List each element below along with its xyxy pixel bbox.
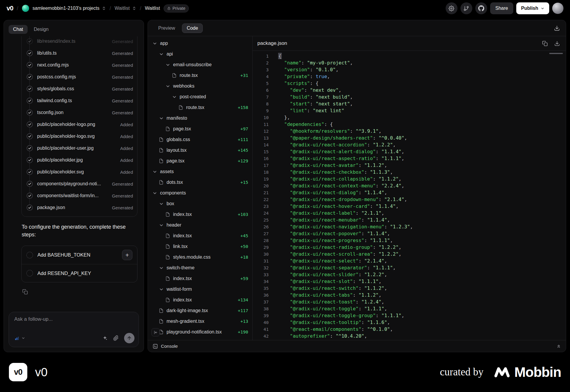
step-add-resend-api-key[interactable]: Add RESEND_API_KEY [22,264,137,282]
tree-folder-row[interactable]: switch-theme [148,263,252,273]
line-number: 11 [253,122,269,127]
tree-file-row[interactable]: layout.tsx+145 [148,145,252,156]
generated-file-row[interactable]: postcss.config.mjsGenerated [22,71,137,83]
generated-file-row[interactable]: tsconfig.jsonGenerated [22,107,137,118]
tree-folder-row[interactable]: post-created [148,91,252,102]
line-number: 34 [253,279,269,284]
generated-file-row[interactable]: public/placeholder.svgAdded [22,166,137,178]
send-button[interactable] [124,333,134,343]
download-project-button[interactable] [554,25,560,31]
copy-icon [542,41,548,46]
tree-file-row[interactable]: playground-notification.tsx+190 [148,327,252,337]
code-editor-pane: package.json 1{2 "name": "my-v0-project"… [253,36,566,340]
tree-file-row[interactable]: index.tsx+45 [148,230,252,241]
generated-file-row[interactable]: styles/globals.cssGenerated [22,83,137,95]
tree-folder-row[interactable]: email-unsubscribe [148,59,252,70]
tab-code[interactable]: Code [182,23,203,33]
tree-file-row[interactable]: page.tsx+97 [148,124,252,134]
generated-file-row[interactable]: package.jsonGenerated [22,202,137,214]
tab-chat[interactable]: Chat [9,25,28,34]
tree-folder-row[interactable]: manifesto [148,113,252,124]
generated-file-row[interactable]: public/placeholder-logo.pngAdded [22,118,137,130]
tree-folder-row[interactable]: assets [148,166,252,177]
tree-folder-row[interactable]: app [148,38,252,49]
tree-folder-row[interactable]: box [148,198,252,209]
generated-file-row[interactable]: components/waitlist-form/in...Generated [22,190,137,202]
tree-file-row[interactable]: styles.module.css+18 [148,252,252,263]
settings-button[interactable] [446,2,457,14]
tab-preview[interactable]: Preview [154,24,180,33]
check-circle-icon [26,169,33,175]
download-file-button[interactable] [554,41,560,46]
v0-logo[interactable]: v0 [7,4,13,12]
tree-item-label: box [167,201,174,206]
tree-file-row[interactable]: route.tsx+31 [148,70,252,81]
tree-file-row[interactable]: page.tsx+129 [148,156,252,166]
tree-item-label: index.tsx [173,276,192,281]
tree-folder-row[interactable]: components [148,188,252,198]
share-button[interactable]: Share [490,2,514,14]
generated-file-row[interactable]: tailwind.config.tsGenerated [22,95,137,107]
step-add-basehub-token[interactable]: Add BASEHUB_TOKEN + [22,246,137,264]
code-line: 37 "@radix-ui/react-toast": "1.2.4", [253,298,566,305]
collapse-tree-button[interactable] [151,328,160,336]
chevron-up-down-icon[interactable] [102,6,106,11]
usage-selector[interactable] [14,336,25,341]
breadcrumb-separator: / [140,5,141,12]
tree-file-row[interactable]: dots.tsx+15 [148,177,252,188]
console-bar[interactable]: Console [148,340,566,352]
chat-scroll-area[interactable]: lib/resend/index.tsGeneratedlib/utils.ts… [4,36,144,352]
tree-folder-row[interactable]: api [148,49,252,59]
tree-folder-row[interactable]: header [148,220,252,230]
code-line: 18 "@radix-ui/react-checkbox": "1.1.3", [253,169,566,176]
tree-folder-row[interactable]: context [148,337,252,340]
tree-file-row[interactable]: dark-light-image.tsx+117 [148,305,252,316]
code-line: 28 "@radix-ui/react-progress": "1.1.1", [253,237,566,244]
copy-message-button[interactable] [22,289,28,295]
generated-file-row[interactable]: next.config.mjsGenerated [22,59,137,71]
breadcrumb-chat[interactable]: Waitlist [115,6,130,11]
line-number: 3 [253,67,269,72]
tree-file-row[interactable]: index.tsx+103 [148,209,252,220]
expand-console-button[interactable] [556,344,561,349]
breadcrumb-app[interactable]: Waitlist [145,6,160,11]
tab-design[interactable]: Design [29,25,53,34]
file-status: Added [117,158,133,163]
tree-file-row[interactable]: mesh-gradient.tsx+13 [148,316,252,327]
followup-input[interactable] [14,316,134,322]
line-number: 14 [253,143,269,147]
generated-file-row[interactable]: public/placeholder-logo.svgAdded [22,130,137,142]
attach-file-button[interactable] [113,335,119,341]
generated-file-row[interactable]: public/placeholder-user.jpgAdded [22,142,137,154]
tree-file-row[interactable]: index.tsx+59 [148,273,252,284]
tree-folder-row[interactable]: waitlist-form [148,284,252,295]
breadcrumb-project[interactable]: samleemobbin1-2103's projects [33,6,99,11]
diff-count: +103 [238,212,248,217]
file-tree[interactable]: appapiemail-unsubscriberoute.tsx+31webho… [148,36,253,340]
tree-file-row[interactable]: globals.css+111 [148,134,252,145]
scrollbar-thumb[interactable] [549,53,563,54]
generated-file-row[interactable]: components/playground-noti...Generated [22,178,137,190]
tree-folder-row[interactable]: webhooks [148,81,252,91]
add-token-button[interactable]: + [122,250,132,260]
tree-file-row[interactable]: route.tsx+158 [148,102,252,113]
generated-file-row[interactable]: lib/utils.tsGenerated [22,47,137,59]
code-line: 23 "@radix-ui/react-hover-card": "1.1.4"… [253,203,566,210]
chevron-down-icon [152,41,157,46]
fork-button[interactable] [460,2,472,14]
chevron-down-icon [159,223,164,228]
github-button[interactable] [475,2,487,14]
line-number: 27 [253,231,269,236]
chat-panel-tabs: Chat Design [4,20,144,36]
generated-file-row[interactable]: lib/resend/index.tsGenerated [22,36,137,47]
copy-file-button[interactable] [542,41,548,46]
tree-file-row[interactable]: link.tsx+50 [148,241,252,252]
tree-file-row[interactable]: index.tsx+134 [148,295,252,305]
enhance-prompt-button[interactable] [102,335,108,341]
publish-button[interactable]: Publish [516,2,549,14]
code-editor[interactable]: 1{2 "name": "my-v0-project",3 "version":… [253,51,566,340]
chevron-up-down-icon[interactable] [132,6,136,11]
user-avatar[interactable] [552,3,563,14]
file-icon [159,159,164,163]
generated-file-row[interactable]: public/placeholder.jpgAdded [22,154,137,166]
